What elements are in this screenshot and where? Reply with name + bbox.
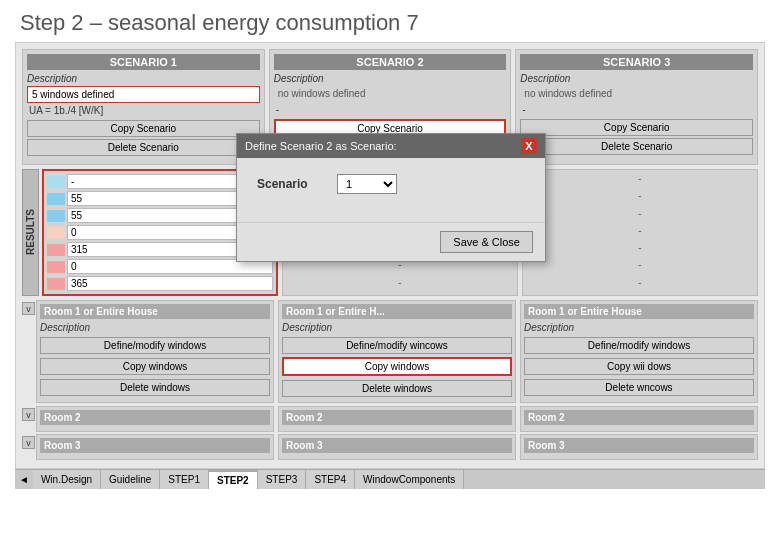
room2-col-3: Room 2	[520, 406, 758, 432]
tab-guideline[interactable]: Guideline	[101, 470, 160, 489]
room2-header-1: Room 2	[40, 410, 270, 425]
color-bar-3	[47, 210, 65, 222]
results-col-3: - - - - - - -	[522, 169, 758, 296]
v-indicator-3[interactable]: v	[22, 436, 35, 449]
scenario-3-btns: Copy Scenario Delete Scenario	[520, 119, 753, 155]
result-row-1-7: 365	[47, 276, 273, 291]
tab-step3[interactable]: STEP3	[258, 470, 307, 489]
page-title: Step 2 – seasonal energy consumption 7	[0, 0, 780, 42]
tab-windesign[interactable]: Win.Design	[33, 470, 101, 489]
define-scenario-dialog: Define Scenario 2 as Scenario: X Scenari…	[236, 133, 546, 262]
room1-desc-1: Description	[40, 322, 270, 333]
room1-delete-btn-3[interactable]: Delete wncows	[524, 379, 754, 396]
tab-step2[interactable]: STEP2	[209, 470, 258, 489]
dialog-footer: Save & Close	[237, 222, 545, 261]
scenario-3-desc-value: no windows defined	[520, 86, 753, 102]
room1-define-btn-2[interactable]: Define/modify wincows	[282, 337, 512, 354]
v-indicator-2[interactable]: v	[22, 408, 35, 421]
dialog-titlebar: Define Scenario 2 as Scenario: X	[237, 134, 545, 158]
room1-define-btn-3[interactable]: Define/modify windows	[524, 337, 754, 354]
room1-col-1: Room 1 or Entire House Description Defin…	[36, 300, 274, 403]
v-indicators: v	[22, 300, 35, 403]
room1-col-3: Room 1 or Entire House Description Defin…	[520, 300, 758, 403]
scenario-3-col: SCENARIO 3 Description no windows define…	[515, 49, 758, 165]
room1-copy-btn-2[interactable]: Copy windows	[282, 357, 512, 376]
room3-header-3: Room 3	[524, 438, 754, 453]
scenario-3-copy-btn[interactable]: Copy Scenario	[520, 119, 753, 136]
room1-delete-btn-2[interactable]: Delete windows	[282, 380, 512, 397]
result-dash-2-7: -	[286, 277, 514, 292]
color-bar-5	[47, 244, 65, 256]
dialog-scenario-label: Scenario	[257, 177, 327, 191]
room3-header-1: Room 3	[40, 438, 270, 453]
room2-wrapper: v Room 2 Room 2 Room 2	[22, 406, 758, 432]
result-dash-3-3: -	[526, 208, 754, 223]
color-bar-6	[47, 261, 65, 273]
bottom-tabs: ◄ Win.Design Guideline STEP1 STEP2 STEP3…	[15, 469, 765, 489]
scenario-3-ua: -	[520, 104, 753, 115]
dialog-scenario-row: Scenario 1 2 3	[257, 174, 525, 194]
tab-step1[interactable]: STEP1	[160, 470, 209, 489]
tab-step4[interactable]: STEP4	[306, 470, 355, 489]
tab-windowcomponents[interactable]: WindowComponents	[355, 470, 464, 489]
room2-grid: Room 2 Room 2 Room 2	[36, 406, 758, 432]
scenario-1-ua: UA = 1b./4 [W/K]	[27, 105, 260, 116]
scenario-3-header: SCENARIO 3	[520, 54, 753, 70]
room3-wrapper: v Room 3 Room 3 Room 3	[22, 434, 758, 460]
room1-header-2: Room 1 or Entire H...	[282, 304, 512, 319]
room1-copy-btn-3[interactable]: Copy wii dows	[524, 358, 754, 375]
scenario-1-delete-btn[interactable]: Delete Scenario	[27, 139, 260, 156]
color-bar-4	[47, 227, 65, 239]
color-bar-1	[47, 176, 65, 188]
result-dash-3-2: -	[526, 190, 754, 205]
color-bar-7	[47, 278, 65, 290]
room1-col-2: Room 1 or Entire H... Description Define…	[278, 300, 516, 403]
v-indicator-1[interactable]: v	[22, 302, 35, 315]
room2-header-3: Room 2	[524, 410, 754, 425]
room3-header-2: Room 3	[282, 438, 512, 453]
v-indicators-2: v	[22, 406, 35, 432]
room2-col-2: Room 2	[278, 406, 516, 432]
result-dash-3-1: -	[526, 173, 754, 188]
room1-header-1: Room 1 or Entire House	[40, 304, 270, 319]
scenario-1-col: SCENARIO 1 Description 5 windows defined…	[22, 49, 265, 165]
scenario-2-ua: -	[274, 104, 507, 115]
scenario-1-desc-label: Description	[27, 73, 260, 84]
results-label: RESULTS	[22, 169, 39, 296]
scenario-3-desc-label: Description	[520, 73, 753, 84]
room2-header-2: Room 2	[282, 410, 512, 425]
room1-delete-btn-1[interactable]: Delete windows	[40, 379, 270, 396]
room3-grid: Room 3 Room 3 Room 3	[36, 434, 758, 460]
result-val-1-7: 365	[67, 276, 273, 291]
room1-desc-3: Description	[524, 322, 754, 333]
result-dash-3-4: -	[526, 225, 754, 240]
dialog-scenario-select[interactable]: 1 2 3	[337, 174, 397, 194]
scenario-2-desc-label: Description	[274, 73, 507, 84]
room3-col-1: Room 3	[36, 434, 274, 460]
room3-col-2: Room 3	[278, 434, 516, 460]
scenario-1-header: SCENARIO 1	[27, 54, 260, 70]
scenario-1-copy-btn[interactable]: Copy Scenario	[27, 120, 260, 137]
room2-col-1: Room 2	[36, 406, 274, 432]
scenario-2-desc-value: no windows defined	[274, 86, 507, 102]
room1-grid: Room 1 or Entire House Description Defin…	[36, 300, 758, 403]
room1-header-3: Room 1 or Entire House	[524, 304, 754, 319]
color-bar-2	[47, 193, 65, 205]
room1-wrapper: v Room 1 or Entire House Description Def…	[22, 300, 758, 403]
room1-copy-btn-1[interactable]: Copy windows	[40, 358, 270, 375]
room1-desc-2: Description	[282, 322, 512, 333]
room1-define-btn-1[interactable]: Define/modify windows	[40, 337, 270, 354]
v-indicators-3: v	[22, 434, 35, 460]
main-area: SCENARIO 1 Description 5 windows defined…	[15, 42, 765, 469]
result-dash-3-7: -	[526, 277, 754, 292]
scenario-1-desc-value: 5 windows defined	[27, 86, 260, 103]
dialog-save-btn[interactable]: Save & Close	[440, 231, 533, 253]
dialog-body: Scenario 1 2 3	[237, 158, 545, 222]
result-dash-3-5: -	[526, 242, 754, 257]
room3-col-3: Room 3	[520, 434, 758, 460]
dialog-title: Define Scenario 2 as Scenario:	[245, 140, 397, 152]
dialog-close-btn[interactable]: X	[521, 138, 537, 154]
tab-arrow-left[interactable]: ◄	[15, 472, 33, 487]
scenario-2-header: SCENARIO 2	[274, 54, 507, 70]
scenario-3-delete-btn[interactable]: Delete Scenario	[520, 138, 753, 155]
